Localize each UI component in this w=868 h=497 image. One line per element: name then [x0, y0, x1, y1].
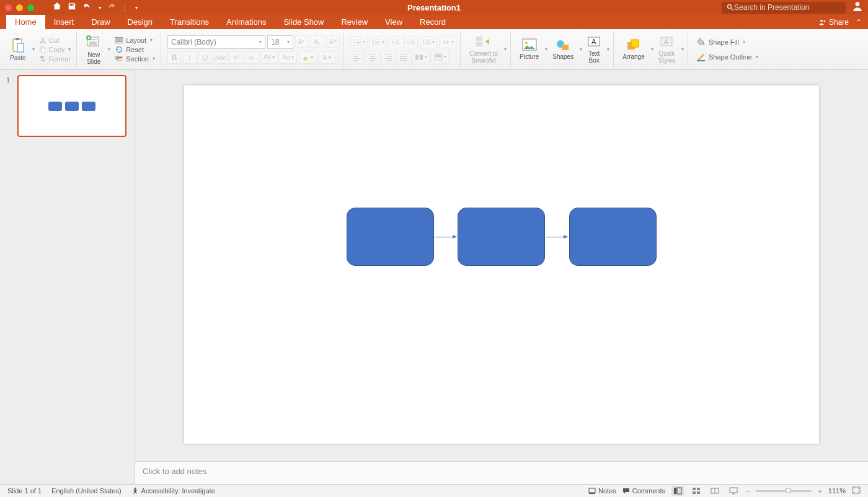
tab-home[interactable]: Home — [6, 15, 45, 29]
svg-point-0 — [728, 5, 732, 9]
svg-point-2 — [820, 19, 823, 22]
textbox-button[interactable]: A Text Box — [585, 34, 603, 65]
svg-rect-48 — [353, 55, 361, 55]
decrease-font-icon[interactable]: A▾ — [311, 35, 324, 48]
layout-button[interactable]: Layout▾ — [113, 36, 157, 45]
search-input[interactable] — [734, 3, 841, 12]
undo-icon[interactable] — [82, 2, 91, 13]
convert-smartart-button[interactable]: Convert to SmartArt — [467, 34, 500, 65]
tab-insert[interactable]: Insert — [45, 15, 83, 29]
slideshow-view-icon[interactable] — [727, 486, 740, 496]
zoom-in-button[interactable]: + — [818, 487, 822, 495]
strikethrough-icon[interactable]: abc — [214, 51, 228, 64]
arrange-button[interactable]: Arrange — [620, 37, 647, 61]
quick-styles-button[interactable]: A Quick Styles — [656, 34, 678, 65]
slide-counter[interactable]: Slide 1 of 1 — [7, 487, 42, 495]
home-icon[interactable] — [53, 2, 61, 13]
font-color-icon[interactable]: A▾ — [318, 51, 335, 64]
underline-icon[interactable]: U — [198, 51, 212, 64]
connector-arrow-2[interactable] — [546, 237, 567, 237]
justify-icon[interactable] — [397, 51, 410, 63]
font-size-combo[interactable]: 18▾ — [267, 35, 293, 49]
highlight-icon[interactable]: ▾ — [299, 51, 316, 64]
align-text-icon[interactable]: ▾ — [432, 51, 449, 63]
zoom-slider[interactable] — [756, 490, 812, 492]
format-painter-button[interactable]: Format — [37, 55, 73, 63]
accessibility-status[interactable]: Accessibility: Investigate — [131, 487, 215, 495]
close-window-button[interactable] — [5, 4, 12, 11]
shape-outline-button[interactable]: Shape Outline▾ — [694, 52, 760, 62]
normal-view-icon[interactable] — [671, 486, 684, 496]
search-box[interactable] — [722, 2, 846, 14]
slide-thumbnail-1[interactable] — [17, 75, 126, 137]
notes-pane[interactable]: Click to add notes — [135, 461, 868, 484]
subscript-icon[interactable]: x₂ — [245, 51, 259, 64]
svg-point-28 — [353, 42, 355, 43]
tab-record[interactable]: Record — [411, 15, 454, 29]
bullets-icon[interactable]: ▾ — [350, 36, 368, 48]
maximize-window-button[interactable] — [27, 4, 34, 11]
tab-draw[interactable]: Draw — [82, 15, 118, 29]
slide-canvas-scroll[interactable] — [135, 70, 868, 461]
section-button[interactable]: Section▾ — [113, 55, 157, 63]
slide-thumbnails-pane[interactable]: 1 — [0, 70, 135, 484]
decrease-indent-icon[interactable] — [389, 36, 402, 48]
text-direction-icon[interactable]: A▾ — [439, 36, 456, 48]
change-case-icon[interactable]: Aa▾ — [280, 51, 297, 64]
char-spacing-icon[interactable]: AV▾ — [260, 51, 278, 64]
copy-button[interactable]: Copy▾ — [37, 45, 73, 54]
rounded-rect-shape-1[interactable] — [347, 208, 434, 266]
rounded-rect-shape-2[interactable] — [458, 208, 545, 266]
user-icon[interactable] — [852, 1, 863, 14]
tab-slideshow[interactable]: Slide Show — [275, 15, 332, 29]
tab-animations[interactable]: Animations — [218, 15, 275, 29]
workspace: 1 Click to add notes — [0, 70, 868, 484]
svg-text:3: 3 — [372, 43, 374, 46]
notes-toggle[interactable]: Notes — [588, 487, 616, 495]
document-title: Presentation1 — [407, 3, 461, 12]
rounded-rect-shape-3[interactable] — [569, 208, 657, 266]
zoom-percent[interactable]: 111% — [828, 487, 846, 495]
line-spacing-icon[interactable]: ▾ — [420, 36, 437, 48]
picture-button[interactable]: Picture — [517, 37, 541, 61]
redo-icon[interactable] — [107, 2, 116, 13]
numbering-icon[interactable]: 123▾ — [370, 36, 387, 48]
tab-transitions[interactable]: Transitions — [161, 15, 218, 29]
font-name-combo[interactable]: Calibri (Body)▾ — [167, 35, 265, 49]
svg-rect-50 — [353, 58, 361, 59]
increase-indent-icon[interactable] — [404, 36, 418, 48]
tab-review[interactable]: Review — [332, 15, 376, 29]
bold-icon[interactable]: B — [167, 51, 181, 64]
sorter-view-icon[interactable] — [690, 486, 702, 496]
align-center-icon[interactable] — [366, 51, 379, 63]
comments-toggle[interactable]: Comments — [622, 487, 665, 495]
shape-fill-button[interactable]: Shape Fill▾ — [694, 37, 760, 47]
slide-canvas[interactable] — [184, 86, 819, 444]
svg-rect-85 — [674, 488, 676, 494]
columns-icon[interactable]: ▾ — [412, 51, 430, 63]
minimize-window-button[interactable] — [16, 4, 23, 11]
svg-rect-41 — [410, 40, 415, 40]
cut-button[interactable]: Cut — [37, 36, 73, 45]
new-slide-button[interactable]: New Slide — [83, 33, 104, 66]
reset-button[interactable]: Reset — [113, 45, 157, 54]
zoom-out-button[interactable]: − — [746, 487, 750, 495]
font-group: Calibri (Body)▾ 18▾ A▴ A▾ A B I U abc x²… — [164, 32, 344, 67]
tab-design[interactable]: Design — [119, 15, 161, 29]
clear-formatting-icon[interactable]: A — [326, 35, 340, 48]
share-button[interactable]: Share ⌃ — [811, 15, 868, 29]
reading-view-icon[interactable] — [709, 486, 721, 496]
align-right-icon[interactable] — [381, 51, 395, 63]
shapes-button[interactable]: Shapes — [550, 37, 576, 61]
paste-button[interactable]: Paste — [7, 36, 29, 63]
italic-icon[interactable]: I — [183, 51, 197, 64]
superscript-icon[interactable]: x² — [229, 51, 243, 64]
save-icon[interactable] — [68, 2, 76, 13]
svg-rect-35 — [375, 42, 380, 43]
language-status[interactable]: English (United States) — [51, 487, 122, 495]
connector-arrow-1[interactable] — [435, 237, 456, 237]
tab-view[interactable]: View — [376, 15, 411, 29]
increase-font-icon[interactable]: A▴ — [295, 35, 309, 48]
fit-to-window-icon[interactable] — [852, 486, 861, 495]
align-left-icon[interactable] — [350, 51, 364, 63]
